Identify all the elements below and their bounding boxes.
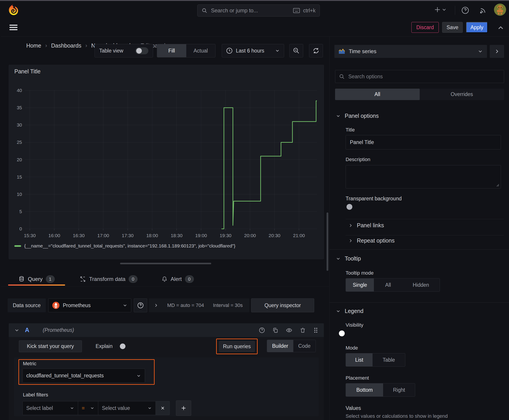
zoom-out-button[interactable] <box>289 44 303 57</box>
scrollbar-thumb[interactable] <box>327 212 328 271</box>
datasource-name: Prometheus <box>63 302 91 308</box>
chevron-down-icon <box>136 373 141 378</box>
builder-option[interactable]: Builder <box>267 340 293 352</box>
tab-transform[interactable]: Transform data 0 <box>68 272 150 286</box>
tooltip-mode-switch: Single All Hidden <box>346 278 440 292</box>
breadcrumb-dashboards[interactable]: Dashboards <box>51 42 82 49</box>
tooltip-section-header[interactable]: Tooltip <box>336 255 361 262</box>
refresh-button[interactable] <box>309 44 323 57</box>
query-help-icon[interactable] <box>259 327 265 333</box>
discard-button[interactable]: Discard <box>411 22 439 33</box>
datasource-select[interactable]: Prometheus <box>48 298 131 312</box>
tab-query[interactable]: Query 1 <box>8 272 65 286</box>
global-search[interactable]: ctrl+k <box>197 5 320 17</box>
search-input[interactable] <box>211 7 290 14</box>
breadcrumb-home[interactable]: Home <box>26 42 41 49</box>
panel-title-field[interactable] <box>346 135 501 150</box>
series-name[interactable]: {__name__="cloudflared_tunnel_total_requ… <box>24 243 236 249</box>
add-filter-button[interactable] <box>176 400 191 416</box>
expand-viz-picker-button[interactable] <box>490 45 504 58</box>
transform-count-badge: 0 <box>129 275 137 283</box>
code-option[interactable]: Code <box>293 340 316 352</box>
select-value-dropdown[interactable]: Select value <box>98 401 156 415</box>
delete-query-icon[interactable] <box>300 327 306 333</box>
label-filter-row: Select label = Select value <box>23 401 170 415</box>
actual-option[interactable]: Actual <box>186 44 215 57</box>
description-field[interactable] <box>346 165 501 188</box>
repeat-options-section[interactable]: Repeat options <box>348 237 395 244</box>
toggle-visibility-icon[interactable] <box>286 327 292 334</box>
kick-start-button[interactable]: Kick start your query <box>19 340 82 352</box>
tooltip-mode-hidden[interactable]: Hidden <box>402 278 440 292</box>
refresh-icon <box>312 47 319 54</box>
save-button[interactable]: Save <box>442 22 463 33</box>
chart-legend: {__name__="cloudflared_tunnel_total_requ… <box>14 242 236 249</box>
legend-placement-switch: Bottom Right <box>346 383 415 397</box>
options-search[interactable] <box>335 70 504 83</box>
breadcrumb-separator: › <box>45 42 47 49</box>
panel-resize-handle[interactable] <box>120 263 211 264</box>
remove-filter-button[interactable] <box>156 401 170 415</box>
legend-mode-list[interactable]: List <box>346 353 372 366</box>
tab-alert[interactable]: Alert 0 <box>153 272 202 286</box>
alert-count-badge: 0 <box>185 275 194 283</box>
description-input[interactable] <box>349 168 497 181</box>
query-row-header[interactable]: A (Prometheus) <box>9 323 324 337</box>
chevron-right-icon <box>494 49 500 54</box>
metric-select[interactable]: cloudflared_tunnel_total_requests <box>23 369 145 383</box>
fill-option[interactable]: Fill <box>157 44 186 57</box>
table-view-toggle[interactable] <box>135 47 148 54</box>
help-icon[interactable] <box>461 6 469 14</box>
options-search-input[interactable] <box>348 73 500 80</box>
x-tick-label: 16:00 <box>44 233 64 238</box>
tooltip-mode-single[interactable]: Single <box>346 278 374 292</box>
user-avatar[interactable] <box>494 4 506 16</box>
menu-toggle-icon[interactable] <box>8 24 18 31</box>
legend-placement-right[interactable]: Right <box>383 383 415 397</box>
chevron-right-icon <box>348 239 353 243</box>
panel-links-section[interactable]: Panel links <box>348 222 384 229</box>
chevron-down-icon <box>336 309 341 314</box>
legend-placement-bottom[interactable]: Bottom <box>346 383 383 397</box>
chevron-down-icon <box>147 406 152 410</box>
grafana-logo-icon[interactable] <box>7 3 20 16</box>
tooltip-mode-all[interactable]: All <box>374 278 402 292</box>
chevron-down-icon[interactable] <box>14 328 20 333</box>
drag-handle-icon[interactable] <box>313 327 319 333</box>
panel-links-label: Panel links <box>357 222 384 229</box>
run-queries-button[interactable]: Run queries <box>219 341 255 352</box>
datasource-help-button[interactable] <box>134 298 147 312</box>
collapse-pane-icon[interactable] <box>497 24 505 32</box>
select-label-dropdown[interactable]: Select label <box>23 401 78 415</box>
bell-icon <box>162 276 167 282</box>
repeat-options-label: Repeat options <box>357 237 395 244</box>
add-menu-button[interactable] <box>434 6 446 14</box>
chevron-down-icon <box>336 113 341 119</box>
series-color-swatch[interactable] <box>14 245 21 247</box>
divider <box>346 219 504 219</box>
news-rss-icon[interactable] <box>479 6 487 14</box>
visualization-picker[interactable]: Time series <box>334 45 487 58</box>
breadcrumb-bar: Home › Dashboards › New dashboard › Edit… <box>1 18 509 37</box>
apply-button[interactable]: Apply <box>466 22 488 33</box>
duplicate-query-icon[interactable] <box>272 327 279 333</box>
panel-title-input[interactable] <box>349 139 497 146</box>
panel-title[interactable]: Panel Title <box>14 68 41 75</box>
query-options-summary[interactable]: MD = auto = 704 Interval = 30s <box>149 298 249 312</box>
search-shortcut: ctrl+k <box>303 8 316 14</box>
chevron-right-icon <box>348 223 353 228</box>
query-inspector-button[interactable]: Query inspector <box>251 298 314 312</box>
panel-preview: Panel Title 0510152025303540 15:3016:001… <box>9 65 324 259</box>
tab-transform-label: Transform data <box>89 276 125 282</box>
tab-all[interactable]: All <box>335 89 420 100</box>
time-range-picker[interactable]: Last 6 hours <box>222 44 284 57</box>
x-tick-label: 20:30 <box>264 233 285 238</box>
panel-options-header[interactable]: Panel options <box>336 113 379 119</box>
legend-section-header[interactable]: Legend <box>336 308 363 314</box>
time-series-chart[interactable] <box>25 88 317 231</box>
operator-dropdown[interactable]: = <box>78 401 98 415</box>
chevron-down-icon <box>122 303 128 308</box>
legend-mode-table[interactable]: Table <box>372 353 405 366</box>
resize-corner-icon[interactable] <box>496 183 499 187</box>
tab-overrides[interactable]: Overrides <box>420 89 504 100</box>
